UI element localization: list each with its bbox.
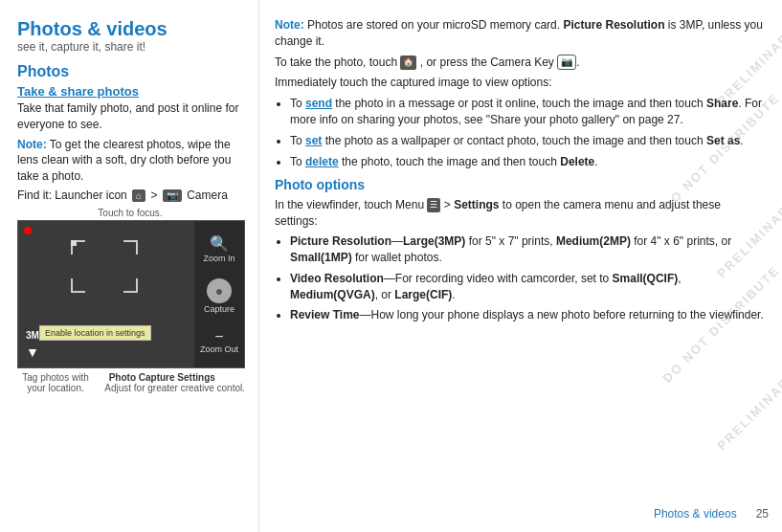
location-icon: ▼ [26, 344, 39, 360]
page-title: Photos & videos [17, 17, 243, 40]
list-item-set: To set the photo as a wallpaper or conta… [290, 133, 765, 149]
left-column: Photos & videos see it, capture it, shar… [0, 0, 258, 532]
launcher-icon: ⌂ [132, 189, 145, 202]
send-keyword: send [305, 97, 332, 110]
capture-settings-label: Photo Capture Settings [104, 372, 219, 383]
zoom-in-btn[interactable]: 🔍 Zoom In [203, 234, 235, 263]
set-keyword: set [305, 134, 322, 147]
capture-settings-info: Photo Capture Settings Adjust for greate… [104, 372, 245, 393]
medium-qvga: Medium(QVGA) [290, 288, 375, 301]
take-photo-label: To take the photo, touch [275, 55, 397, 69]
take-text: Take that family photo, and post it onli… [17, 100, 243, 133]
camera-key-symbol: 📷 [557, 55, 576, 70]
note-label: Note: [17, 138, 47, 151]
review-time-keyword: Review Time [290, 308, 359, 321]
capture-icon: ● [207, 278, 232, 303]
picture-resolution-bold: Picture Resolution [563, 18, 664, 32]
video-res-keyword: Video Resolution [290, 272, 384, 285]
capture-label: Capture [204, 304, 235, 314]
immediately-text: Immediately touch the captured image to … [275, 75, 765, 91]
tag-label-text: Tag photos with your location. [17, 372, 94, 393]
find-it: Find it: Launcher icon ⌂ > 📷 Camera [17, 188, 243, 202]
camera-icon-inline: 📷 [163, 189, 182, 202]
tag-location-label: Tag photos with your location. [17, 372, 94, 393]
camera-viewfinder: 3MP ▼ Enable location in settings 🔍 Zoom… [17, 220, 245, 368]
enable-location-box: Enable location in settings [39, 325, 151, 341]
small-1mp: Small(1MP) [290, 251, 352, 264]
note-microsd: Note: Photos are stored on your microSD … [275, 17, 765, 50]
watermark-5: PRELIMINARY [714, 366, 782, 454]
options-list: To send the photo in a message or post i… [290, 96, 765, 169]
note-body: To get the clearest photos, wipe the len… [17, 138, 231, 184]
note-label-right: Note: [275, 18, 304, 32]
photo-options-intro: In the viewfinder, touch Menu ☰ > Settin… [275, 197, 765, 230]
find-it-text2: Camera [187, 188, 228, 202]
list-item-review-time: Review Time—How long your phone displays… [290, 307, 765, 323]
capture-settings-sub: Adjust for greater creative contol. [104, 383, 245, 393]
photo-options-text: In the viewfinder, touch Menu [275, 198, 424, 211]
zoom-in-icon: 🔍 [210, 234, 229, 253]
settings-list: Picture Resolution—Large(3MP) for 5" x 7… [290, 233, 765, 323]
photo-options-heading: Photo options [275, 175, 765, 194]
find-it-gt: > [150, 188, 160, 202]
camera-controls: 🔍 Zoom In ● Capture − Zoom Out [194, 221, 244, 367]
large-3mp: Large(3MP) [403, 234, 465, 248]
touch-to-focus-label: Touch to focus. [17, 208, 243, 218]
find-it-label: Find it: [17, 188, 52, 202]
page-label: Photos & videos [654, 507, 737, 521]
red-dot [24, 227, 32, 234]
large-cif: Large(CIF) [394, 288, 452, 301]
right-column: PRELIMINARY DO NOT DISTRIBUTE PRELIMINAR… [259, 0, 782, 532]
small-qcif: Small(QCIF) [613, 272, 679, 285]
capture-btn[interactable]: ● Capture [204, 278, 235, 314]
delete-keyword: delete [305, 155, 339, 168]
list-item-picture-resolution: Picture Resolution—Large(3MP) for 5" x 7… [290, 233, 765, 266]
set-as-bold: Set as [706, 134, 740, 147]
page-number-area: Photos & videos 25 [654, 506, 769, 522]
camera-below: Tag photos with your location. Photo Cap… [17, 372, 245, 393]
list-item-video-resolution: Video Resolution—For recording video wit… [290, 271, 765, 303]
camera-key-text: , or press the Camera Key [420, 55, 554, 69]
list-item-send: To send the photo in a message or post i… [290, 96, 765, 128]
list-item-delete: To delete the photo, touch the image and… [290, 154, 765, 170]
page-number: 25 [756, 507, 769, 521]
subsection-take: Take & share photos [17, 84, 243, 99]
find-it-text1: Launcher icon [55, 188, 126, 202]
share-bold: Share [706, 97, 738, 110]
medium-2mp: Medium(2MP) [556, 234, 631, 248]
note-text-right: Photos are stored on your microSD memory… [307, 18, 563, 32]
camera-btn-icon: 🏠 [400, 55, 416, 70]
section-heading-photos: Photos [17, 63, 243, 80]
viewfinder-bracket [71, 240, 138, 293]
take-photo-text: To take the photo, touch 🏠 , or press th… [275, 55, 765, 71]
zoom-out-label: Zoom Out [200, 344, 238, 354]
menu-icon: ☰ [427, 198, 440, 212]
note-text: Note: To get the clearest photos, wipe t… [17, 137, 243, 185]
photo-options-gt: > [444, 198, 454, 211]
delete-bold: Delete [560, 155, 594, 168]
page-subtitle: see it, capture it, share it! [17, 40, 243, 54]
settings-bold: Settings [454, 198, 499, 211]
zoom-out-btn[interactable]: − Zoom Out [200, 329, 238, 354]
zoom-out-icon: − [214, 329, 223, 344]
picture-res-keyword: Picture Resolution [290, 234, 391, 248]
zoom-in-label: Zoom In [203, 254, 235, 263]
